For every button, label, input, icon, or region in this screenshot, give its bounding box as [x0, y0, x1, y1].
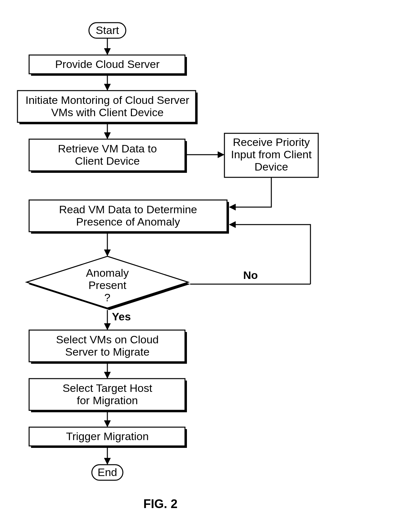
terminator-start: Start — [89, 23, 126, 38]
step-label: Trigger Migration — [66, 430, 149, 442]
step-label: Provide Cloud Server — [55, 58, 159, 70]
step-label-l2: Input from Client — [231, 148, 312, 161]
step-label-l1: Retrieve VM Data to — [58, 142, 157, 155]
step-select-vms: Select VMs on Cloud Server to Migrate — [29, 330, 187, 364]
decision-label-l2: Present — [88, 279, 126, 291]
step-label-l1: Read VM Data to Determine — [59, 203, 197, 216]
step-label-l2: VMs with Client Device — [51, 106, 164, 118]
step-label-l1: Initiate Montoring of Cloud Server — [26, 94, 189, 106]
step-select-target-host: Select Target Host for Migration — [29, 379, 187, 412]
step-label-l2: Client Device — [75, 155, 140, 167]
decision-yes-label: Yes — [112, 310, 131, 323]
step-retrieve-vm-data: Retrieve VM Data to Client Device — [29, 139, 187, 173]
step-provide-cloud-server: Provide Cloud Server — [29, 55, 187, 76]
end-label: End — [98, 466, 117, 478]
step-label-l1: Select Target Host — [62, 382, 152, 394]
edge-priority-to-readvm — [230, 177, 271, 207]
terminator-end: End — [92, 465, 123, 480]
decision-label-l1: Anomaly — [86, 267, 129, 279]
start-label: Start — [96, 24, 119, 36]
figure-caption: FIG. 2 — [143, 497, 178, 511]
decision-anomaly-present: Anomaly Present ? — [27, 256, 190, 310]
decision-label-l3: ? — [104, 291, 111, 304]
step-trigger-migration: Trigger Migration — [29, 427, 187, 448]
flowchart: Start Provide Cloud Server Initiate Mont… — [0, 0, 401, 532]
edge-loop-back-to-readvm — [230, 225, 310, 284]
step-label-l2: Presence of Anomaly — [76, 216, 180, 228]
step-label-l2: for Migration — [77, 394, 138, 406]
decision-no-label: No — [243, 269, 258, 281]
step-label-l3: Device — [255, 161, 288, 173]
step-label-l1: Select VMs on Cloud — [56, 333, 159, 346]
step-receive-priority: Receive Priority Input from Client Devic… — [224, 133, 318, 177]
step-initiate-monitoring: Initiate Montoring of Cloud Server VMs w… — [17, 91, 198, 124]
step-label-l2: Server to Migrate — [65, 346, 150, 358]
step-label-l1: Receive Priority — [233, 136, 310, 148]
step-read-vm-data: Read VM Data to Determine Presence of An… — [29, 200, 229, 234]
